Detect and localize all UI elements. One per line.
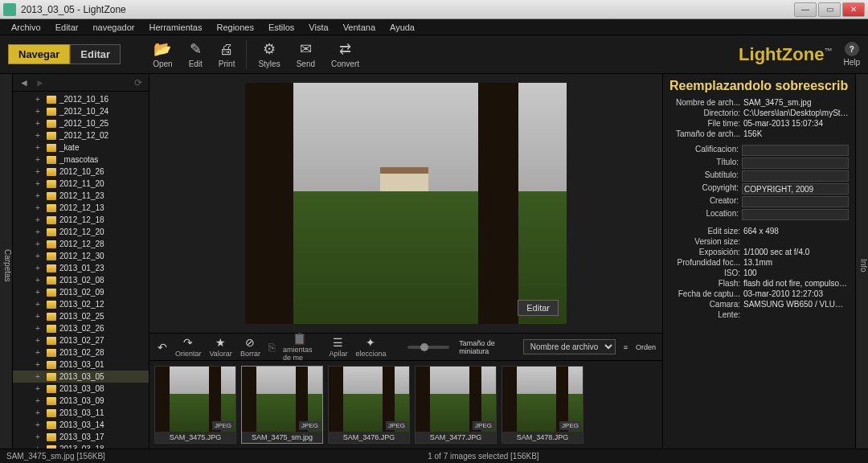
menu-editar[interactable]: Editar (49, 21, 85, 34)
menu-navegador[interactable]: navegador (86, 21, 141, 34)
edit-button[interactable]: ✎Edit (181, 39, 211, 70)
info-input[interactable] (742, 145, 849, 156)
info-input[interactable] (742, 209, 849, 220)
folder-item[interactable]: +2013_02_25 (13, 310, 149, 322)
expand-icon[interactable]: + (35, 287, 43, 297)
expand-icon[interactable]: + (35, 275, 43, 285)
expand-icon[interactable]: + (35, 263, 43, 273)
info-input[interactable] (742, 196, 849, 207)
rotate-cw-button[interactable]: ↷Orientar (174, 336, 203, 358)
folder-item[interactable]: +2012_12_20 (13, 226, 149, 238)
menu-archivo[interactable]: Archivo (5, 21, 47, 34)
convert-button[interactable]: ⇄Convert (323, 39, 367, 70)
delete-button[interactable]: ⊘Borrar (239, 336, 262, 358)
close-button[interactable]: ✕ (842, 2, 865, 17)
copy-button[interactable]: ⎘ (267, 341, 276, 354)
expand-icon[interactable]: + (35, 251, 43, 261)
rate-button[interactable]: ★Valorar (208, 336, 234, 358)
info-input[interactable] (742, 170, 849, 182)
menu-ayuda[interactable]: Ayuda (383, 21, 421, 34)
folder-item[interactable]: +2012_12_30 (13, 250, 149, 262)
expand-icon[interactable]: + (35, 444, 43, 449)
folder-item[interactable]: +2013_03_08 (13, 383, 149, 395)
expand-icon[interactable]: + (35, 130, 43, 141)
thumbnail-size-slider[interactable] (407, 346, 449, 349)
expand-icon[interactable]: + (35, 371, 43, 382)
expand-icon[interactable]: + (35, 420, 43, 430)
folder-item[interactable]: +2013_03_05 (13, 371, 149, 383)
expand-icon[interactable]: + (35, 142, 43, 153)
folder-item[interactable]: +2013_03_09 (13, 395, 149, 407)
folder-item[interactable]: +_2012_12_02 (13, 129, 149, 141)
folder-item[interactable]: +2013_03_17 (13, 431, 149, 443)
expand-icon[interactable]: + (35, 154, 43, 165)
menu-ventana[interactable]: Ventana (337, 21, 382, 34)
expand-icon[interactable]: + (35, 323, 43, 334)
expand-icon[interactable]: + (35, 383, 43, 394)
preview-edit-button[interactable]: Editar (518, 300, 559, 316)
rotate-ccw-button[interactable]: ↶ (156, 341, 169, 354)
expand-icon[interactable]: + (35, 299, 43, 309)
expand-icon[interactable]: + (35, 408, 43, 418)
thumbnail[interactable]: JPEGSAM_3476.JPG (328, 366, 410, 444)
send-button[interactable]: ✉Send (289, 39, 323, 70)
mode-edit[interactable]: Editar (70, 44, 121, 64)
folder-item[interactable]: +2013_03_11 (13, 407, 149, 419)
folder-item[interactable]: +2013_02_12 (13, 298, 149, 310)
expand-icon[interactable]: + (35, 227, 43, 237)
folder-item[interactable]: +2012_12_28 (13, 238, 149, 250)
thumbnail[interactable]: JPEGSAM_3478.JPG (502, 366, 583, 444)
expand-icon[interactable]: + (35, 118, 43, 129)
nav-back-icon[interactable]: ◄ (19, 77, 29, 88)
sidetab-info[interactable]: Info (855, 74, 868, 449)
minimize-button[interactable]: — (794, 2, 817, 17)
folder-item[interactable]: +2012_12_18 (13, 214, 149, 226)
expand-icon[interactable]: + (35, 335, 43, 346)
expand-icon[interactable]: + (35, 166, 43, 177)
print-button[interactable]: 🖨Print (211, 39, 244, 70)
thumbnail[interactable]: JPEGSAM_3475.JPG (154, 366, 236, 444)
folder-item[interactable]: +_2012_10_25 (13, 117, 149, 129)
folder-item[interactable]: +2013_02_09 (13, 286, 149, 298)
folder-item[interactable]: +2013_03_14 (13, 419, 149, 431)
order-select[interactable]: Nombre de archivo (523, 339, 616, 354)
paste-button[interactable]: 📋amientas de me (281, 332, 318, 362)
folder-item[interactable]: +2013_02_27 (13, 334, 149, 346)
styles-button[interactable]: ⚙Styles (250, 39, 288, 70)
expand-icon[interactable]: + (35, 106, 43, 117)
expand-icon[interactable]: + (35, 239, 43, 249)
menu-estilos[interactable]: Estilos (262, 21, 301, 34)
open-button[interactable]: 📂Open (145, 39, 180, 70)
folder-item[interactable]: +_kate (13, 141, 149, 154)
expand-icon[interactable]: + (35, 191, 43, 201)
help-button[interactable]: ? Help (843, 42, 860, 67)
expand-icon[interactable]: + (35, 94, 43, 104)
folder-item[interactable]: +_mascotas (13, 154, 149, 166)
mode-browse[interactable]: Navegar (8, 44, 70, 64)
thumbnail[interactable]: JPEGSAM_3475_sm.jpg (241, 366, 323, 444)
folder-item[interactable]: +2013_02_26 (13, 322, 149, 334)
folder-item[interactable]: +2013_02_28 (13, 346, 149, 359)
stack-button[interactable]: ☰Apilar (327, 336, 349, 358)
menu-vista[interactable]: Vista (302, 21, 334, 34)
expand-icon[interactable]: + (35, 395, 43, 406)
menu-regiones[interactable]: Regiones (210, 21, 260, 34)
expand-icon[interactable]: + (35, 359, 43, 370)
folder-item[interactable]: +2013_03_18 (13, 443, 149, 449)
folder-item[interactable]: +2012_11_23 (13, 190, 149, 202)
maximize-button[interactable]: ▭ (818, 2, 841, 17)
sort-dir-icon[interactable]: ≡ (624, 343, 628, 351)
select-button[interactable]: ✦elecciona (354, 336, 387, 358)
folder-item[interactable]: +_2012_10_24 (13, 105, 149, 117)
expand-icon[interactable]: + (35, 203, 43, 213)
folder-item[interactable]: +2012_12_13 (13, 202, 149, 214)
expand-icon[interactable]: + (35, 311, 43, 322)
expand-icon[interactable]: + (35, 432, 43, 442)
sidetab-folders[interactable]: Carpetas (0, 74, 13, 449)
nav-forward-icon[interactable]: ► (35, 77, 45, 88)
thumbnail[interactable]: JPEGSAM_3477.JPG (415, 366, 497, 444)
folder-item[interactable]: +2012_10_26 (13, 166, 149, 178)
folder-item[interactable]: +2013_03_01 (13, 359, 149, 371)
folder-item[interactable]: +2013_01_23 (13, 262, 149, 274)
info-input[interactable] (742, 158, 849, 169)
